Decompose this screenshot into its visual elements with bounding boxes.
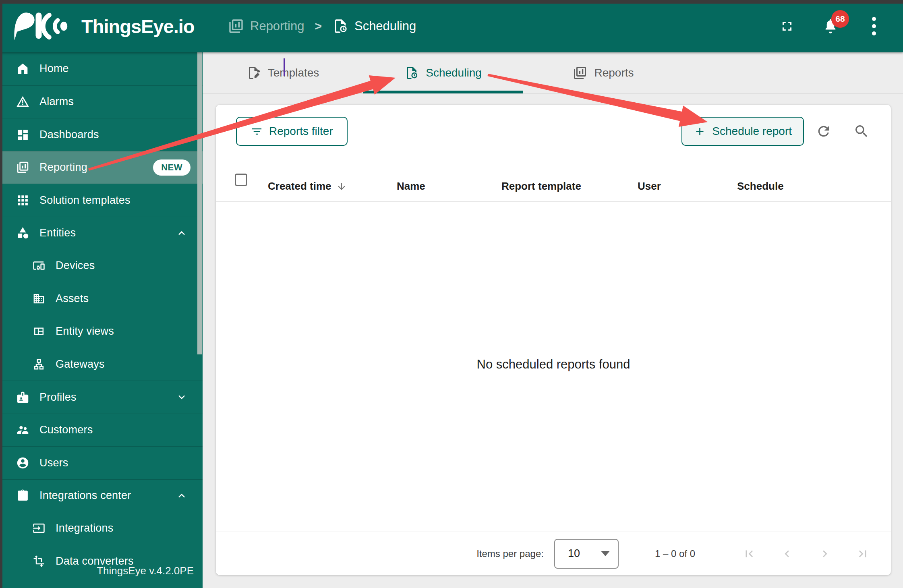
- breadcrumb-section[interactable]: Reporting: [228, 18, 304, 34]
- sidebar-item-solution-templates[interactable]: Solution templates: [0, 184, 203, 217]
- table-header-divider: [216, 201, 891, 202]
- entities-icon: [15, 226, 30, 240]
- column-header-schedule[interactable]: Schedule: [737, 171, 784, 201]
- chevron-down-icon[interactable]: [175, 391, 188, 404]
- window-frame-left: [0, 0, 2, 588]
- app-header: ThingsEye.io Reporting > Scheduling 68: [0, 0, 903, 52]
- sidebar-item-label: Customers: [39, 424, 93, 436]
- assets-icon: [31, 291, 46, 306]
- refresh-icon: [816, 123, 832, 139]
- sidebar-nav: HomeAlarmsDashboardsReportingNEWSolution…: [0, 52, 203, 578]
- tab-label: Scheduling: [426, 66, 482, 79]
- tab-templates[interactable]: Templates: [203, 52, 363, 93]
- column-label: Name: [397, 180, 425, 193]
- thingseye-logo-icon: [10, 10, 75, 42]
- breadcrumb: Reporting > Scheduling: [228, 18, 416, 34]
- sidebar-item-label: Entity views: [56, 325, 114, 337]
- first-page-icon: [742, 547, 756, 561]
- sidebar: HomeAlarmsDashboardsReportingNEWSolution…: [0, 52, 203, 588]
- column-label: User: [638, 180, 661, 193]
- tab-reports[interactable]: Reports: [523, 52, 683, 93]
- sidebar-item-profiles[interactable]: Profiles: [0, 381, 203, 414]
- sidebar-item-entities[interactable]: Entities: [0, 217, 203, 250]
- sidebar-item-devices[interactable]: Devices: [0, 249, 203, 282]
- prev-page-button[interactable]: [777, 544, 797, 563]
- solution-templates-icon: [15, 193, 30, 207]
- search-icon: [853, 123, 870, 139]
- sort-desc-arrow-icon: [336, 181, 347, 192]
- column-header-report-template[interactable]: Report template: [501, 171, 581, 201]
- app-version: ThingsEye v.4.2.0PE: [97, 565, 194, 577]
- notifications-button[interactable]: 68: [819, 15, 842, 37]
- gateways-icon: [31, 357, 46, 371]
- devices-icon: [31, 259, 46, 273]
- data-converters-icon: [31, 554, 46, 568]
- app-window: ThingsEye.io Reporting > Scheduling 68: [0, 0, 903, 588]
- integrations-center-icon: [15, 489, 30, 503]
- entity-views-icon: [31, 324, 46, 339]
- sidebar-item-integrations-center[interactable]: Integrations center: [0, 479, 203, 512]
- more-menu-button[interactable]: [863, 15, 885, 37]
- sidebar-item-home[interactable]: Home: [0, 52, 203, 85]
- alarms-icon: [15, 95, 30, 109]
- fullscreen-button[interactable]: [776, 15, 798, 37]
- tab-bar: TemplatesSchedulingReports: [203, 52, 903, 94]
- items-per-page-label: Items per page:: [476, 548, 544, 559]
- sidebar-item-gateways[interactable]: Gateways: [0, 348, 203, 381]
- app-logo[interactable]: ThingsEye.io: [10, 10, 195, 42]
- sidebar-item-reporting[interactable]: ReportingNEW: [0, 151, 203, 184]
- sidebar-item-users[interactable]: Users: [0, 446, 203, 479]
- reports-filter-label: Reports filter: [269, 125, 333, 138]
- integrations-icon: [31, 521, 46, 536]
- sidebar-item-dashboards[interactable]: Dashboards: [0, 118, 203, 151]
- plus-icon: [694, 125, 706, 138]
- next-page-icon: [818, 547, 832, 561]
- schedule-report-button[interactable]: Schedule report: [681, 117, 804, 146]
- logo-text: ThingsEye.io: [81, 15, 195, 37]
- table-header-row: Created timeNameReport templateUserSched…: [216, 171, 891, 201]
- sidebar-item-label: Reporting: [39, 161, 87, 174]
- paginator-buttons: [721, 544, 872, 563]
- last-page-button[interactable]: [853, 544, 872, 563]
- sidebar-item-label: Dashboards: [39, 128, 99, 141]
- sidebar-scrollbar[interactable]: [197, 52, 202, 354]
- notifications-badge: 68: [831, 10, 849, 28]
- select-all-checkbox[interactable]: [235, 174, 247, 186]
- users-icon: [15, 455, 30, 470]
- tab-scheduling-icon: [404, 66, 419, 80]
- reports-filter-button[interactable]: Reports filter: [236, 117, 348, 146]
- sidebar-item-assets[interactable]: Assets: [0, 282, 203, 315]
- page-size-select[interactable]: 10: [554, 539, 619, 569]
- tab-scheduling[interactable]: Scheduling: [363, 52, 523, 93]
- profiles-icon: [15, 390, 30, 404]
- window-frame-top: [0, 0, 903, 4]
- dropdown-arrow-icon: [601, 551, 610, 556]
- search-button[interactable]: [852, 122, 871, 141]
- column-label: Created time: [268, 180, 331, 193]
- sidebar-item-customers[interactable]: Customers: [0, 414, 203, 447]
- page-size-value: 10: [568, 547, 580, 560]
- sidebar-item-label: Users: [39, 457, 68, 469]
- paginator: Items per page: 10 1 – 0 of 0: [216, 532, 891, 575]
- home-icon: [15, 62, 30, 76]
- sidebar-item-label: Profiles: [39, 391, 77, 404]
- chevron-up-icon[interactable]: [175, 489, 188, 502]
- sidebar-item-label: Gateways: [56, 358, 105, 371]
- column-header-user[interactable]: User: [638, 171, 661, 201]
- chevron-up-icon[interactable]: [175, 227, 188, 240]
- sidebar-item-label: Solution templates: [39, 194, 130, 207]
- column-header-name[interactable]: Name: [397, 171, 425, 201]
- sidebar-item-alarms[interactable]: Alarms: [0, 85, 203, 118]
- column-header-created-time[interactable]: Created time: [268, 171, 347, 201]
- filter-icon: [251, 125, 263, 138]
- next-page-button[interactable]: [815, 544, 835, 563]
- refresh-button[interactable]: [814, 122, 833, 141]
- sidebar-item-integrations[interactable]: Integrations: [0, 512, 203, 545]
- breadcrumb-page-label: Scheduling: [354, 19, 416, 33]
- first-page-button[interactable]: [739, 544, 759, 563]
- fullscreen-icon: [779, 19, 795, 34]
- column-label: Schedule: [737, 180, 784, 193]
- sidebar-item-entity-views[interactable]: Entity views: [0, 315, 203, 348]
- scheduling-icon: [332, 18, 348, 34]
- breadcrumb-page: Scheduling: [332, 18, 416, 34]
